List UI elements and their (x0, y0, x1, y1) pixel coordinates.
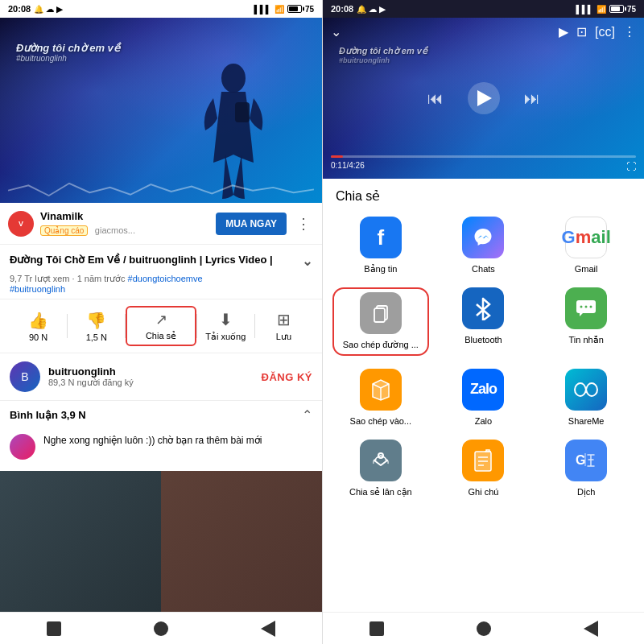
hashtag2[interactable]: #buitruonglinh (10, 284, 65, 294)
share-label: Chia sẻ (146, 331, 176, 341)
messenger-icon (462, 217, 504, 258)
wifi-icon-right: 📶 (597, 5, 606, 14)
notif-icons-right: 🔔 ☁ ▶ (357, 5, 386, 14)
battery-icon (287, 5, 302, 13)
player-cc-button[interactable]: [cc] (595, 24, 615, 39)
share-item-shareme[interactable]: ShareMe (538, 369, 634, 427)
dislike-button[interactable]: 👎 1,5 N (68, 308, 125, 345)
hashtag1[interactable]: #duongtoichoemve (128, 274, 203, 283)
status-right: ▌▌▌ 📶 75 (254, 5, 314, 14)
wifi-icon: 📶 (275, 5, 284, 14)
player-more-button[interactable]: ⋮ (623, 24, 636, 39)
player-chevron-button[interactable]: ⌄ (331, 24, 341, 39)
left-panel: 20:08 🔔 ☁ ▶ ▌▌▌ 📶 75 Đường tôi chờ em về… (0, 0, 322, 644)
share-button[interactable]: ↗ Chia sẻ (126, 306, 196, 346)
share-item-ghi-chu[interactable]: Ghi chú (436, 440, 532, 497)
play-pause-button[interactable] (468, 82, 500, 114)
skip-forward-button[interactable]: ⏭ (524, 89, 540, 108)
save-button[interactable]: ⊞ Lưu (255, 307, 312, 345)
status-right-left: 20:08 🔔 ☁ ▶ (331, 4, 386, 14)
channel-row: B buitruonglinh 89,3 N người đăng ký ĐĂN… (0, 353, 322, 400)
skip-back-button[interactable]: ⏮ (427, 89, 444, 108)
share-label-chats: Chats (472, 263, 495, 275)
share-item-copy[interactable]: Sao chép đường ... (332, 287, 429, 355)
shareme-icon (565, 369, 607, 411)
channel-avatar[interactable]: B (10, 361, 40, 392)
share-item-bluetooth[interactable]: Bluetooth (436, 287, 532, 355)
back-button[interactable] (261, 621, 275, 637)
share-item-gmail[interactable]: Gmail Gmail (538, 217, 634, 275)
time-row: 0:11 / 4:26 ⛶ (331, 161, 636, 172)
fullscreen-btn[interactable]: ⛶ (626, 161, 636, 172)
status-left: 20:08 🔔 ☁ ▶ (8, 4, 63, 14)
share-item-tin-nhan[interactable]: Tin nhắn (538, 287, 634, 355)
bluetooth-icon (462, 287, 504, 329)
total-time-val: 4:26 (349, 161, 364, 172)
time-left: 20:08 (8, 4, 31, 14)
stop-button[interactable] (47, 621, 61, 636)
share-label-ghi-chu: Ghi chú (469, 486, 499, 497)
copy-icon (360, 292, 402, 334)
dich-icon: G (565, 440, 607, 481)
expand-video-info-icon[interactable]: ⌄ (302, 253, 312, 270)
view-count-text: 9,7 Tr lượt xem · 1 năm trước (10, 274, 128, 283)
ad-info: Vinamilk Quảng cáo giacmos... (40, 210, 209, 237)
share-label-tin-nhan: Tin nhắn (569, 334, 604, 345)
stop-button-right[interactable] (369, 621, 384, 636)
signal-icon-right: ▌▌▌ (576, 5, 593, 14)
home-button[interactable] (154, 621, 168, 636)
facebook-icon: f (360, 217, 402, 258)
dislike-count: 1,5 N (86, 332, 107, 342)
buy-now-button[interactable]: MUA NGAY (216, 213, 287, 235)
share-item-sao-chep[interactable]: Sao chép vào... (332, 369, 429, 427)
share-item-dich[interactable]: G Dịch (538, 440, 634, 497)
home-button-right[interactable] (477, 621, 491, 636)
ad-brand: Vinamilk (40, 210, 209, 222)
share-item-chats[interactable]: Chats (436, 217, 532, 275)
bottom-nav-right (323, 612, 644, 644)
sao-chep-icon (360, 369, 402, 411)
thumb-item-1[interactable] (0, 471, 161, 612)
status-bar-right: 20:08 🔔 ☁ ▶ ▌▌▌ 📶 75 (323, 0, 644, 18)
battery-pct: 75 (305, 5, 314, 14)
zalo-icon: Zalo (462, 369, 504, 411)
right-panel: 20:08 🔔 ☁ ▶ ▌▌▌ 📶 75 ⌄ ▶ ⊡ [cc] ⋮ Đư (322, 0, 644, 644)
gmail-icon: Gmail (565, 217, 607, 258)
status-bar-left: 20:08 🔔 ☁ ▶ ▌▌▌ 📶 75 (0, 0, 322, 18)
battery-pct-right: 75 (627, 5, 636, 14)
back-button-right[interactable] (584, 621, 598, 637)
like-icon: 👍 (28, 311, 48, 330)
share-sheet: Chia sẻ f Bảng tin Chats (323, 179, 644, 612)
battery-icon-right (609, 5, 624, 13)
channel-name: buitruonglinh (48, 365, 254, 378)
video-title: Đường Tôi Chờ Em Về / buitruonglinh | Ly… (10, 253, 295, 267)
download-button[interactable]: ⬇ Tải xuống (197, 307, 254, 345)
ad-logo: V (8, 211, 34, 237)
share-label-zalo: Zalo (475, 415, 492, 427)
tin-nhan-icon (565, 287, 607, 329)
ad-more-button[interactable]: ⋮ (293, 212, 314, 236)
video-thumbnail[interactable]: Đường tôi chờ em về #buitruonglinh (0, 18, 322, 203)
channel-subs: 89,3 N người đăng ký (48, 378, 254, 388)
expand-comments-icon[interactable]: ⌃ (302, 407, 312, 423)
player-center-controls: ⏮ ⏭ (427, 82, 540, 114)
player-bottom-controls: 0:11 / 4:26 ⛶ (323, 155, 644, 172)
subscribe-button[interactable]: ĐĂNG KÝ (262, 371, 312, 383)
share-item-facebook[interactable]: f Bảng tin (332, 217, 429, 275)
dislike-icon: 👎 (86, 311, 106, 330)
like-button[interactable]: 👍 90 N (10, 308, 67, 345)
share-item-zalo[interactable]: Zalo Zalo (436, 369, 532, 427)
share-label-gmail: Gmail (575, 263, 598, 275)
player-area[interactable]: ⌄ ▶ ⊡ [cc] ⋮ Đường tôi chờ em về #buitru… (323, 18, 644, 179)
share-label-bluetooth: Bluetooth (464, 334, 502, 345)
thumb-item-2[interactable] (161, 471, 322, 612)
chia-se-icon (360, 440, 402, 481)
player-play-button[interactable]: ▶ (559, 24, 568, 39)
progress-bar[interactable] (331, 155, 636, 158)
player-cast-button[interactable]: ⊡ (576, 24, 587, 39)
svg-point-0 (221, 64, 246, 93)
player-right-controls: ▶ ⊡ [cc] ⋮ (559, 24, 636, 39)
svg-point-8 (585, 306, 588, 308)
status-right-right: ▌▌▌ 📶 75 (576, 5, 636, 14)
share-item-chia-se[interactable]: Chia sẻ lân cận (332, 440, 429, 497)
